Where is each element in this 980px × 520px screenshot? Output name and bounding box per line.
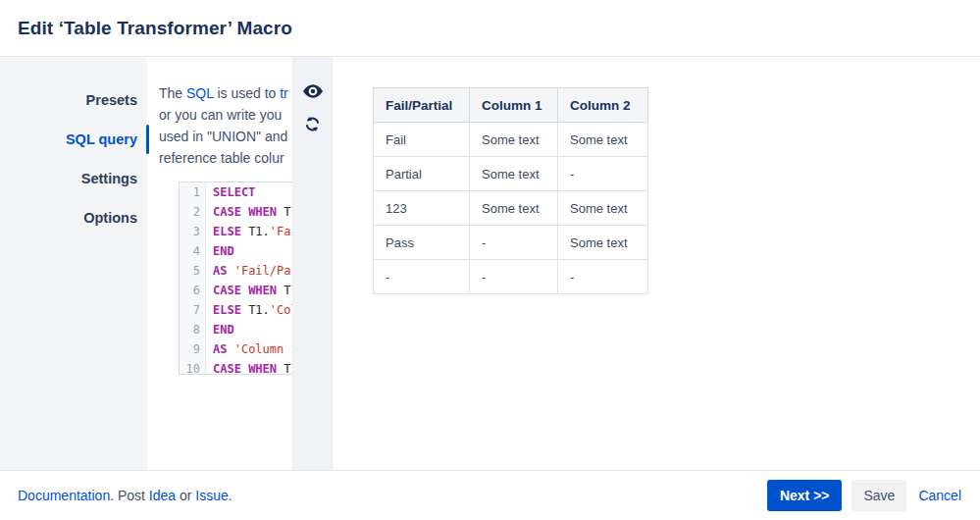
description-link[interactable]: SQL [186,85,214,101]
table-cell: - [470,226,558,260]
sidebar-item-presets[interactable]: Presets [0,80,147,120]
code-text: ELSE T1.'Col [206,300,292,320]
code-text: CASE WHEN T1 [206,202,292,222]
table-row: PartialSome text- [374,157,648,191]
table-cell: Some text [558,226,648,260]
tools-strip [292,57,333,470]
dialog-footer: Documentation. Post Idea or Issue. Next … [0,470,980,520]
table-cell: Partial [374,157,470,191]
preview-area: Fail/PartialColumn 1Column 2 FailSome te… [333,57,980,470]
code-line[interactable]: 8END [180,320,292,339]
macro-edit-dialog: Edit ‘Table Transformer’ Macro PresetsSQ… [0,0,980,520]
table-header-cell: Column 1 [470,88,558,123]
settings-sidebar: PresetsSQL querySettingsOptions [0,57,147,470]
refresh-icon[interactable] [303,115,323,132]
table-header-cell: Column 2 [558,88,648,123]
table-header-cell: Fail/Partial [374,88,470,123]
line-number: 6 [180,281,206,300]
code-text: AS 'Column 1 [206,339,292,359]
table-cell: Fail [374,123,470,157]
next-button[interactable]: Next >> [767,480,843,511]
description-text: used in "UNION" and [159,129,287,144]
code-line[interactable]: 2CASE WHEN T1 [180,202,292,222]
table-row: Pass-Some text [374,226,648,260]
sidebar-item-sql-query[interactable]: SQL query [0,120,147,159]
code-line[interactable]: 6CASE WHEN T1 [180,281,292,300]
description-line: used in "UNION" and [159,126,292,147]
description-link[interactable]: tr [280,85,288,101]
sql-code-editor[interactable]: 1SELECT2CASE WHEN T13ELSE T1.'Fai4END5AS… [179,182,292,375]
table-row: 123Some textSome text [374,191,648,226]
description-line: reference table colur [159,147,292,169]
dialog-header: Edit ‘Table Transformer’ Macro [0,0,980,57]
table-cell: Some text [470,123,558,157]
code-line[interactable]: 1SELECT [180,182,292,202]
description-text: or you can write you [159,107,282,123]
page-title: Edit ‘Table Transformer’ Macro [18,18,292,39]
sql-query-panel: The SQL is used to tror you can write yo… [147,57,292,470]
table-row: FailSome textSome text [374,123,648,157]
footer-link[interactable]: Idea [149,488,176,503]
cancel-button[interactable]: Cancel [916,480,963,511]
description-text: reference table colur [159,150,284,166]
sidebar-item-options[interactable]: Options [0,198,147,237]
description-text: The [159,85,186,101]
table-cell: - [558,157,648,191]
line-number: 3 [180,222,206,241]
line-number: 2 [180,202,206,222]
line-number: 8 [180,320,206,339]
footer-text: . [229,488,232,503]
code-text: SELECT [206,182,255,202]
footer-text: . Post [110,488,149,503]
footer-text: or [176,488,195,503]
line-number: 10 [180,359,206,375]
line-number: 9 [180,339,206,359]
code-line[interactable]: 7ELSE T1.'Col [180,300,292,320]
sql-description: The SQL is used to tror you can write yo… [159,82,292,169]
table-cell: 123 [374,191,470,226]
table-cell: Some text [470,157,558,191]
table-cell: Some text [558,123,648,157]
line-number: 5 [180,261,206,281]
code-line[interactable]: 10CASE WHEN T1 [180,359,292,375]
code-line[interactable]: 9AS 'Column 1 [180,339,292,359]
table-cell: - [470,260,558,294]
footer-link[interactable]: Documentation [18,488,110,503]
code-line[interactable]: 5AS 'Fail/Par [180,261,292,281]
line-number: 1 [180,182,206,202]
code-line[interactable]: 4END [180,241,292,261]
eye-icon[interactable] [303,82,323,100]
footer-links: Documentation. Post Idea or Issue. [18,488,232,503]
code-line[interactable]: 3ELSE T1.'Fai [180,222,292,241]
preview-table: Fail/PartialColumn 1Column 2 FailSome te… [373,87,648,294]
code-text: AS 'Fail/Par [206,261,292,281]
table-cell: Some text [558,191,648,226]
code-text: END [206,241,234,261]
description-text: is used to [214,85,281,101]
save-button[interactable]: Save [851,480,906,511]
code-text: CASE WHEN T1 [206,359,292,375]
table-cell: - [374,260,470,294]
footer-actions: Next >> Save Cancel [767,480,963,511]
code-text: ELSE T1.'Fai [206,222,292,241]
table-cell: Some text [470,191,558,226]
footer-link[interactable]: Issue [195,488,228,503]
table-cell: Pass [374,226,470,260]
code-text: CASE WHEN T1 [206,281,292,300]
table-cell: - [558,260,648,294]
line-number: 4 [180,241,206,261]
table-row: --- [374,260,648,294]
description-line: or you can write you [159,104,292,126]
line-number: 7 [180,300,206,320]
sidebar-item-settings[interactable]: Settings [0,159,147,198]
code-text: END [206,320,234,339]
dialog-body: PresetsSQL querySettingsOptions The SQL … [0,57,980,470]
description-line: The SQL is used to tr [159,82,292,104]
